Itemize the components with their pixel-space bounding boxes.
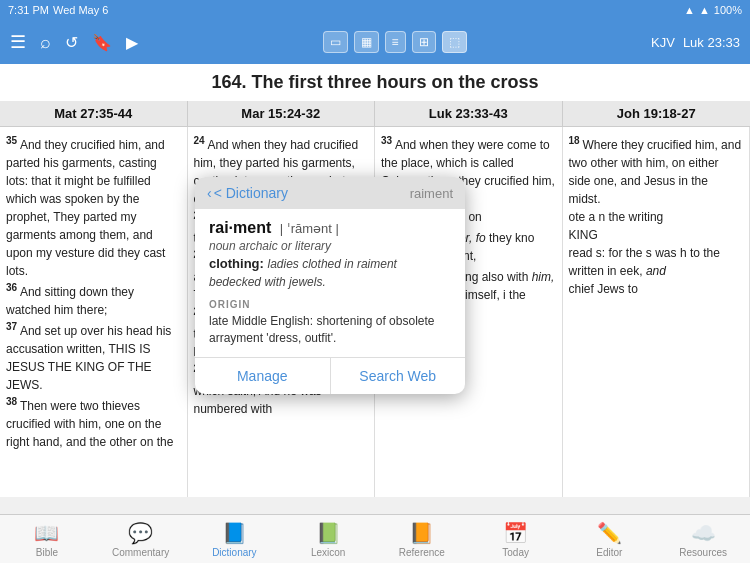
dict-headword: rai·ment	[209, 219, 271, 236]
dictionary-popup: ‹ < Dictionary raiment rai·ment | ˈrāmən…	[195, 177, 465, 394]
verse-joh-cont4: chief Jews to	[569, 280, 744, 298]
tab-dictionary-label: Dictionary	[212, 547, 256, 558]
content-area: 35 And they crucified him, and parted hi…	[0, 127, 750, 497]
tab-commentary[interactable]: 💬 Commentary	[94, 515, 188, 563]
wifi-icon: ▲	[699, 4, 710, 16]
toolbar: ☰ ⌕ ↺ 🔖 ▶ ▭ ▦ ≡ ⊞ ⬚ KJV Luk 23:33	[0, 20, 750, 64]
signal-icon: ▲	[684, 4, 695, 16]
verse-mat-38: 38 Then were two thieves crucified with …	[6, 394, 181, 451]
tab-resources[interactable]: ☁️ Resources	[656, 515, 750, 563]
col-header-0[interactable]: Mat 27:35-44	[0, 101, 188, 126]
dict-pos: noun archaic or literary	[209, 239, 451, 253]
col-joh: 18 Where they crucified him, and two oth…	[563, 127, 751, 497]
dict-popup-footer: Manage Search Web	[195, 357, 465, 394]
tab-dictionary[interactable]: 📘 Dictionary	[188, 515, 282, 563]
dict-back-label[interactable]: < Dictionary	[214, 185, 288, 201]
tab-reference-label: Reference	[399, 547, 445, 558]
status-bar-left: 7:31 PM Wed May 6	[8, 4, 108, 16]
tab-lexicon-label: Lexicon	[311, 547, 345, 558]
layout-split-btn[interactable]: ▦	[354, 31, 379, 53]
col-header-2[interactable]: Luk 23:33-43	[375, 101, 563, 126]
tab-reference[interactable]: 📙 Reference	[375, 515, 469, 563]
lexicon-icon: 📗	[316, 521, 341, 545]
dict-phonetic: | ˈrāmənt |	[280, 221, 339, 236]
verse-mat-36: 36 And sitting down they watched him the…	[6, 280, 181, 319]
today-icon: 📅	[503, 521, 528, 545]
history-icon[interactable]: ↺	[65, 33, 78, 52]
dict-def-label: clothing:	[209, 256, 264, 271]
status-time: 7:31 PM	[8, 4, 49, 16]
layout-list-btn[interactable]: ≡	[385, 31, 406, 53]
page-title: 164. The first three hours on the cross	[0, 64, 750, 101]
dict-origin-text: late Middle English: shortening of obsol…	[209, 313, 451, 347]
verse-mat-37: 37 And set up over his head his accusati…	[6, 319, 181, 394]
search-icon[interactable]: ⌕	[40, 32, 51, 53]
tab-bar: 📖 Bible 💬 Commentary 📘 Dictionary 📗 Lexi…	[0, 514, 750, 563]
resources-icon: ☁️	[691, 521, 716, 545]
commentary-icon: 💬	[128, 521, 153, 545]
dict-manage-button[interactable]: Manage	[195, 358, 331, 394]
layout-single-btn[interactable]: ▭	[323, 31, 348, 53]
col-header-3[interactable]: Joh 19:18-27	[563, 101, 751, 126]
toolbar-left: ☰ ⌕ ↺ 🔖 ▶	[10, 31, 138, 53]
status-day: Wed May 6	[53, 4, 108, 16]
dict-search-web-button[interactable]: Search Web	[331, 358, 466, 394]
tab-bible[interactable]: 📖 Bible	[0, 515, 94, 563]
layout-grid-btn[interactable]: ⊞	[412, 31, 436, 53]
editor-icon: ✏️	[597, 521, 622, 545]
dictionary-icon: 📘	[222, 521, 247, 545]
col-header-1[interactable]: Mar 15:24-32	[188, 101, 376, 126]
status-bar: 7:31 PM Wed May 6 ▲ ▲ 100%	[0, 0, 750, 20]
verse-mat-35: 35 And they crucified him, and parted hi…	[6, 133, 181, 280]
verse-joh-cont1: ote a n the writing	[569, 208, 744, 226]
verse-joh-18: 18 Where they crucified him, and two oth…	[569, 133, 744, 208]
tab-today-label: Today	[502, 547, 529, 558]
verse-joh-cont3: read s: for the s was h to the written i…	[569, 244, 744, 280]
col-mat: 35 And they crucified him, and parted hi…	[0, 127, 188, 497]
dict-lookup-word: raiment	[410, 186, 453, 201]
reference-label[interactable]: Luk 23:33	[683, 35, 740, 50]
menu-icon[interactable]: ☰	[10, 31, 26, 53]
tab-lexicon[interactable]: 📗 Lexicon	[281, 515, 375, 563]
tab-commentary-label: Commentary	[112, 547, 169, 558]
tab-editor-label: Editor	[596, 547, 622, 558]
play-icon[interactable]: ▶	[126, 33, 138, 52]
battery-status: 100%	[714, 4, 742, 16]
reference-icon: 📙	[409, 521, 434, 545]
tab-bible-label: Bible	[36, 547, 58, 558]
layout-quad-btn[interactable]: ⬚	[442, 31, 467, 53]
tab-editor[interactable]: ✏️ Editor	[563, 515, 657, 563]
version-label[interactable]: KJV	[651, 35, 675, 50]
dict-headword-line: rai·ment | ˈrāmənt |	[209, 219, 451, 237]
dict-definition: clothing: ladies clothed in raiment bede…	[209, 255, 451, 291]
dict-body: rai·ment | ˈrāmənt | noun archaic or lit…	[195, 209, 465, 357]
tab-resources-label: Resources	[679, 547, 727, 558]
column-headers: Mat 27:35-44 Mar 15:24-32 Luk 23:33-43 J…	[0, 101, 750, 127]
tab-today[interactable]: 📅 Today	[469, 515, 563, 563]
dict-popup-header: ‹ < Dictionary raiment	[195, 177, 465, 209]
toolbar-center: ▭ ▦ ≡ ⊞ ⬚	[323, 31, 467, 53]
chevron-left-icon: ‹	[207, 185, 212, 201]
status-bar-right: ▲ ▲ 100%	[684, 4, 742, 16]
bookmark-icon[interactable]: 🔖	[92, 33, 112, 52]
dict-back-button[interactable]: ‹ < Dictionary	[207, 185, 288, 201]
verse-joh-cont2: KING	[569, 226, 744, 244]
dict-origin-title: ORIGIN	[209, 299, 451, 310]
toolbar-right: KJV Luk 23:33	[651, 35, 740, 50]
bible-icon: 📖	[34, 521, 59, 545]
